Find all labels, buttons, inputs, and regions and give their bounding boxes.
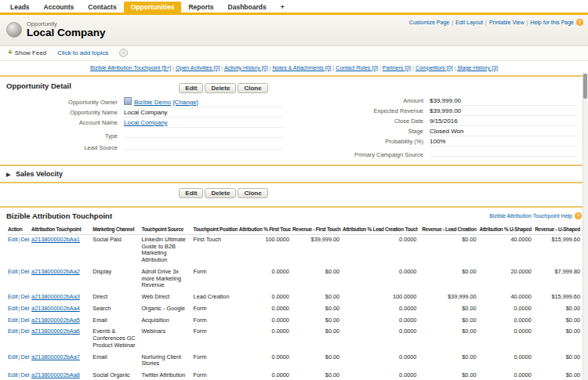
del-link[interactable]: Del	[20, 236, 29, 243]
attribution-first-touch-cell: 0.0000	[238, 371, 291, 380]
touchpoint-id-link[interactable]: a2138000002bAa1	[31, 236, 80, 243]
add-topics-link[interactable]: Click to add topics	[57, 49, 108, 56]
related-link-open-activities[interactable]: Open Activities [0]	[176, 65, 220, 71]
related-link-notes-attachments[interactable]: Notes & Attachments [0]	[272, 65, 331, 71]
revenue-lead-creation-cell: $0.00	[418, 234, 477, 267]
edit-link[interactable]: Edit	[8, 328, 18, 335]
edit-link[interactable]: Edit	[8, 293, 18, 300]
revenue-u-shaped-cell: $15,999.60	[533, 234, 582, 267]
page-help-icon[interactable]: ?	[576, 19, 583, 26]
revenue-lead-creation-cell: $0.00	[418, 304, 477, 316]
edit-link[interactable]: Edit	[8, 305, 18, 312]
edit-link[interactable]: Edit	[8, 317, 18, 324]
header-link-help-for-this-page[interactable]: Help for this Page	[530, 20, 574, 25]
tab-contacts[interactable]: Contacts	[81, 2, 123, 13]
revenue-lead-creation-cell: $39,999.00	[418, 292, 477, 304]
delete-button[interactable]: Delete	[205, 188, 236, 198]
related-link-bizible-attribution-touchpoint[interactable]: Bizible Attribution Touchpoint [5+]	[90, 65, 171, 71]
scrollbar-thumb[interactable]	[583, 74, 587, 99]
del-link[interactable]: Del	[20, 305, 29, 312]
touchpoint-id-link[interactable]: a2138000002bAa4	[31, 305, 80, 312]
attribution-first-touch-cell: 0.0000	[238, 267, 291, 292]
del-link[interactable]: Del	[20, 353, 29, 360]
edit-link[interactable]: Edit	[8, 353, 18, 360]
show-feed-toggle[interactable]: + Show Feed	[8, 49, 46, 56]
related-link-activity-history[interactable]: Activity History [0]	[224, 65, 268, 71]
touchpoint-id-link[interactable]: a2138000002bAa8	[31, 371, 80, 378]
revenue-first-touch-cell: $0.00	[291, 292, 341, 304]
marketing-channel-cell: Email	[91, 316, 140, 328]
edit-link[interactable]: Edit	[8, 268, 18, 275]
touchpoint-section-header: Bizible Attribution Touchpoint Bizible A…	[0, 208, 588, 225]
touchpoint-table-header-row: ActionAttribution TouchpointMarketing Ch…	[6, 225, 582, 235]
touchpoint-source-cell: Acquisition	[140, 316, 191, 328]
delete-button[interactable]: Delete	[205, 83, 236, 93]
tab-dashboards[interactable]: Dashboards	[221, 2, 274, 13]
header-link-customize-page[interactable]: Customize Page	[409, 20, 449, 25]
title-block: Opportunity Local Company	[27, 20, 106, 39]
edit-link[interactable]: Edit	[8, 236, 18, 243]
field-row-type: Type	[0, 128, 294, 139]
opportunity-detail-header: Opportunity Detail EditDeleteClone	[0, 78, 588, 93]
field-row-probability: Probability (%)100%	[294, 136, 588, 147]
del-link[interactable]: Del	[20, 328, 29, 335]
touchpoint-row: Edit|Dela2138000002bAa4SearchOrganic - G…	[6, 304, 582, 316]
page-header: Opportunity Local Company Customize Page…	[0, 15, 588, 46]
revenue-u-shaped-cell: $0.00	[533, 316, 582, 328]
change-owner-link[interactable]: [Change]	[172, 99, 198, 106]
touchpoint-id-link[interactable]: a2138000002bAa5	[31, 317, 80, 324]
touchpoint-id-link[interactable]: a2138000002bAa7	[31, 353, 80, 360]
header-link-edit-layout[interactable]: Edit Layout	[456, 20, 483, 25]
field-row-primary-campaign-source: Primary Campaign Source	[294, 147, 588, 158]
touchpoint-id-link[interactable]: a2138000002bAa2	[31, 268, 80, 275]
touchpoint-position-cell: Lead Creation	[192, 292, 238, 304]
field-label-probability: Probability (%)	[294, 136, 430, 145]
edit-button[interactable]: Edit	[179, 83, 203, 93]
related-link-partners[interactable]: Partners [0]	[383, 65, 411, 71]
touchpoint-id-link[interactable]: a2138000002bAa6	[31, 328, 80, 335]
touchpoint-source-cell: Organic - Google	[140, 304, 191, 316]
del-link[interactable]: Del	[20, 268, 29, 275]
field-link-opportunity-owner[interactable]: Bizible Demo	[134, 99, 171, 106]
touchpoint-id-link[interactable]: a2138000002bAa3	[31, 293, 80, 300]
touchpoint-row: Edit|Dela2138000002bAa2DisplayAdroll Dri…	[6, 267, 582, 292]
tab-opportunities[interactable]: Opportunities	[124, 2, 182, 13]
related-link-competitors[interactable]: Competitors [0]	[416, 65, 452, 71]
edit-button[interactable]: Edit	[179, 188, 203, 198]
del-link[interactable]: Del	[20, 317, 29, 324]
vertical-scrollbar[interactable]	[583, 72, 588, 380]
field-value-amount: $39,999.00	[430, 96, 577, 106]
field-value-type	[124, 128, 283, 138]
touchpoint-help-link[interactable]: Bizible Attribution Touchpoint Help	[489, 213, 572, 219]
field-link-account-name[interactable]: Local Company	[124, 119, 168, 126]
sales-velocity-title: Sales Velocity	[16, 170, 63, 178]
edit-link[interactable]: Edit	[8, 371, 18, 378]
clone-button[interactable]: Clone	[238, 83, 267, 93]
section-sales-velocity[interactable]: ▶ Sales Velocity	[0, 165, 588, 183]
attribution-first-touch-cell: 100.0000	[238, 234, 291, 267]
attribution-first-touch-cell: 0.0000	[238, 327, 291, 352]
attribution-first-touch-cell: 0.0000	[238, 292, 291, 304]
clone-button[interactable]: Clone	[238, 188, 267, 198]
field-value-expected-revenue: $39,999.00	[430, 106, 577, 116]
tab-add[interactable]: +	[274, 2, 292, 13]
tab-reports[interactable]: Reports	[181, 2, 220, 13]
action-cell: Edit|Del	[6, 267, 30, 292]
revenue-u-shaped-cell: $15,999.60	[533, 292, 582, 304]
marketing-channel-cell: Direct	[91, 292, 140, 304]
tab-accounts[interactable]: Accounts	[37, 2, 82, 13]
field-value-stage: Closed Won	[430, 126, 577, 136]
attribution-first-touch-cell: 0.0000	[238, 316, 291, 328]
field-row-lead-source: Lead Source	[0, 139, 294, 151]
del-link[interactable]: Del	[20, 293, 29, 300]
related-link-contact-roles[interactable]: Contact Roles [0]	[336, 65, 378, 71]
section-title-touchpoint: Bizible Attribution Touchpoint	[6, 212, 112, 220]
col-revenue-first-touch: Revenue - First Touch	[291, 225, 341, 235]
col-marketing-channel: Marketing Channel	[91, 225, 140, 235]
related-link-stage-history[interactable]: Stage History [3]	[457, 65, 498, 71]
tab-leads[interactable]: Leads	[3, 2, 37, 13]
header-link-printable-view[interactable]: Printable View	[489, 20, 524, 25]
del-link[interactable]: Del	[20, 371, 29, 378]
touchpoint-help: Bizible Attribution Touchpoint Help ?	[489, 212, 582, 219]
touchpoint-help-icon[interactable]: ?	[575, 212, 582, 219]
